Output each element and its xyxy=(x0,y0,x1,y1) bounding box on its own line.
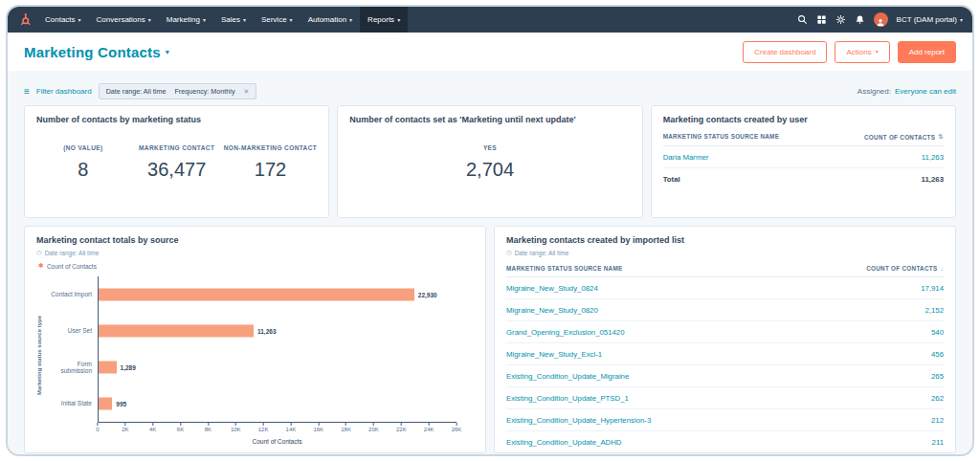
total-label: Total xyxy=(663,175,680,184)
list-name-link[interactable]: Migraine_New_Study_Excl-1 xyxy=(506,350,602,359)
filter-chip-date-range: Date range: All time xyxy=(106,87,167,96)
table-row: Migraine_New_Study_Excl-1 456 xyxy=(506,343,944,365)
card-created-by-imported-list: Marketing contacts created by imported l… xyxy=(494,226,956,453)
marketplace-icon[interactable] xyxy=(816,14,827,25)
actions-button[interactable]: Actions ▾ xyxy=(835,41,889,63)
filter-bar: ≡ Filter dashboard Date range: All time … xyxy=(8,71,972,99)
bar[interactable] xyxy=(99,362,117,374)
avatar[interactable] xyxy=(874,12,888,27)
date-range-text: Date range: All time xyxy=(45,250,100,256)
nav-item-contacts[interactable]: Contacts ▾ xyxy=(37,7,89,33)
column-count: COUNT OF CONTACTS xyxy=(866,265,937,272)
table-row: Existing_Condition_Update_ADHD 211 xyxy=(506,431,944,453)
user-name-link[interactable]: Daria Marmer xyxy=(663,153,709,162)
chevron-down-icon: ▾ xyxy=(290,17,293,23)
bar-value-label: 11,263 xyxy=(257,328,277,335)
chart-legend[interactable]: ✱ Count of Contacts xyxy=(38,262,474,270)
card-created-by-user: Marketing contacts created by user MARKE… xyxy=(651,105,956,218)
filter-list-icon[interactable]: ≡ xyxy=(24,87,30,97)
card-until-next-update: Number of contacts set as 'Marketing unt… xyxy=(337,105,642,218)
total-value: 11,263 xyxy=(922,175,944,184)
add-report-button[interactable]: Add report xyxy=(898,41,956,63)
column-source-name: MARKETING STATUS SOURCE NAME xyxy=(663,133,780,141)
search-icon[interactable] xyxy=(797,14,808,25)
count-link[interactable]: 11,263 xyxy=(922,153,944,162)
stat-label: NON-MARKETING CONTACT xyxy=(224,144,318,151)
actions-label: Actions xyxy=(846,48,871,56)
filter-chip[interactable]: Date range: All time Frequency: Monthly … xyxy=(99,83,257,99)
create-dashboard-button[interactable]: Create dashboard xyxy=(743,41,827,63)
bar[interactable] xyxy=(99,289,414,301)
list-name-link[interactable]: Existing_Condition_Update_Migraine xyxy=(506,372,629,381)
card-title: Marketing contact totals by source xyxy=(36,235,474,245)
count-link[interactable]: 212 xyxy=(931,416,944,425)
count-link[interactable]: 540 xyxy=(931,328,944,337)
x-tick: 16K xyxy=(313,423,323,432)
table-row: Grand_Opening_Exclusion_051420 540 xyxy=(506,321,944,343)
chevron-down-icon: ▾ xyxy=(203,17,206,23)
x-tick: 26K xyxy=(452,423,462,432)
nav-item-reports[interactable]: Reports ▾ xyxy=(360,7,408,33)
count-link[interactable]: 2,152 xyxy=(924,306,944,315)
x-axis-title: Count of Contacts xyxy=(98,438,474,445)
filter-dashboard-link[interactable]: Filter dashboard xyxy=(36,87,92,96)
x-tick: 14K xyxy=(286,423,297,432)
assigned-link[interactable]: Everyone can edit xyxy=(895,87,956,96)
bar-value-label: 1,289 xyxy=(121,364,136,371)
chevron-down-icon: ▾ xyxy=(78,17,81,23)
bar[interactable] xyxy=(99,398,112,410)
stat-marketing-contact: MARKETING CONTACT 36,477 xyxy=(130,144,224,181)
close-icon[interactable]: ✕ xyxy=(244,88,250,96)
sort-desc-icon[interactable]: ↓ xyxy=(940,265,944,272)
nav-item-conversations[interactable]: Conversations ▾ xyxy=(89,7,159,33)
list-name-link[interactable]: Existing_Condition_Update_Hypertension-3 xyxy=(506,416,651,425)
count-link[interactable]: 211 xyxy=(932,438,944,447)
dashboard-content: Number of contacts by marketing status (… xyxy=(8,99,972,453)
filter-chip-frequency: Frequency: Monthly xyxy=(174,87,234,96)
nav-item-automation[interactable]: Automation ▾ xyxy=(301,7,360,33)
bar[interactable] xyxy=(99,325,254,338)
settings-gear-icon[interactable] xyxy=(835,14,846,25)
count-link[interactable]: 456 xyxy=(931,350,944,359)
chevron-down-icon: ▾ xyxy=(876,49,879,55)
stat-value: 2,704 xyxy=(349,159,630,181)
count-link[interactable]: 262 xyxy=(931,394,944,403)
count-link[interactable]: 265 xyxy=(931,372,944,381)
stat-value: 8 xyxy=(36,159,130,181)
sort-icon[interactable]: ⇅ xyxy=(938,133,944,141)
count-link[interactable]: 17,914 xyxy=(921,284,944,293)
assigned-label: Assigned: xyxy=(858,87,891,96)
card-title: Number of contacts set as 'Marketing unt… xyxy=(349,115,630,124)
stat-label: MARKETING CONTACT xyxy=(130,144,224,151)
x-tick: 10K xyxy=(231,423,241,432)
date-range-note: ◷ Date range: All time xyxy=(36,249,474,256)
x-ticks: 02K4K6K8K10K12K14K16K18K20K22K24K26K xyxy=(98,423,457,435)
chevron-down-icon: ▾ xyxy=(243,17,246,23)
list-name-link[interactable]: Migraine_New_Study_0824 xyxy=(506,284,598,293)
table-row: Migraine_New_Study_0824 17,914 xyxy=(506,277,944,299)
list-name-link[interactable]: Existing_Condition_Update_PTSD_1 xyxy=(506,394,629,403)
bar-row: 11,263 xyxy=(99,313,457,349)
chevron-down-icon: ▾ xyxy=(166,48,169,56)
list-name-link[interactable]: Migraine_New_Study_0820 xyxy=(506,306,598,315)
dashboard-title-dropdown[interactable]: Marketing Contacts ▾ xyxy=(24,44,169,60)
bar-plot: 22,93011,2631,289995 xyxy=(98,276,457,423)
table-row: Migraine_New_Study_0820 2,152 xyxy=(506,299,944,321)
account-menu[interactable]: BCT (DAM portal) ▾ xyxy=(897,15,963,24)
stat-value: 172 xyxy=(224,159,318,181)
notifications-bell-icon[interactable] xyxy=(855,14,865,25)
x-tick: 2K xyxy=(122,423,128,432)
x-tick: 0 xyxy=(96,423,99,432)
card-title: Marketing contacts created by imported l… xyxy=(506,235,944,245)
x-tick: 20K xyxy=(368,423,379,432)
list-name-link[interactable]: Grand_Opening_Exclusion_051420 xyxy=(506,328,625,337)
hubspot-logo-icon[interactable] xyxy=(17,12,32,27)
table-header: MARKETING STATUS SOURCE NAME COUNT OF CO… xyxy=(506,265,944,277)
nav-item-service[interactable]: Service ▾ xyxy=(254,7,301,33)
nav-item-label: Service xyxy=(261,15,287,24)
nav-item-marketing[interactable]: Marketing ▾ xyxy=(159,7,213,33)
table-row: Existing_Condition_Update_PTSD_1 262 xyxy=(506,387,944,409)
nav-item-label: Contacts xyxy=(45,15,76,24)
nav-item-sales[interactable]: Sales ▾ xyxy=(213,7,254,33)
list-name-link[interactable]: Existing_Condition_Update_ADHD xyxy=(506,438,622,447)
